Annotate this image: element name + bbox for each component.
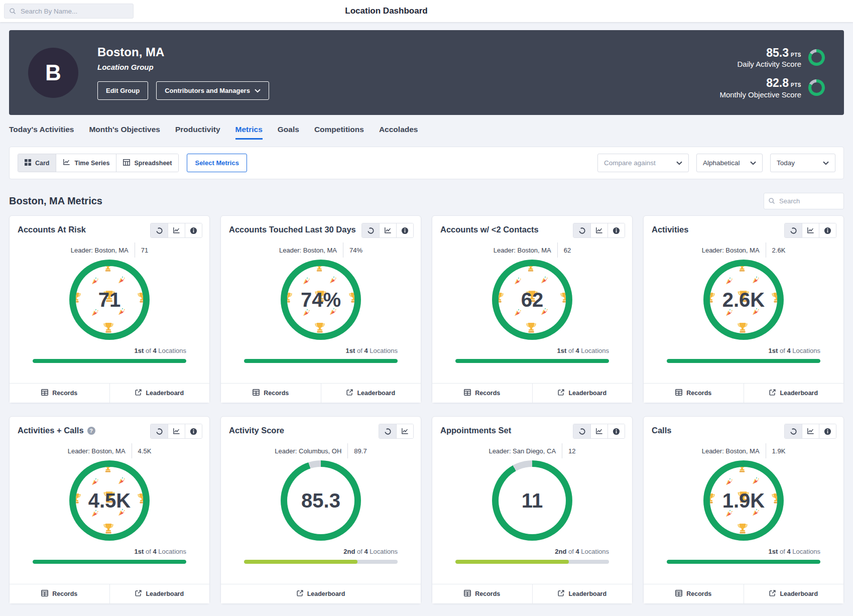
donut-view-icon[interactable] xyxy=(151,223,168,237)
metric-card-title: Appointments Set xyxy=(440,424,511,435)
global-search xyxy=(4,4,134,19)
rank-text: 1st of 4 Locations xyxy=(432,340,632,354)
tab-productivity[interactable]: Productivity xyxy=(175,125,220,140)
metric-donut: 4.5K xyxy=(69,460,150,541)
donut-view-icon[interactable] xyxy=(362,223,379,237)
divider xyxy=(135,242,135,258)
view-time-series-button[interactable]: Time Series xyxy=(56,154,116,172)
leaderboard-button[interactable]: Leaderboard xyxy=(532,384,633,403)
card-footer: Records Leaderboard xyxy=(10,584,209,603)
external-link-icon xyxy=(558,590,564,598)
edit-group-button[interactable]: Edit Group xyxy=(97,81,148,100)
info-icon[interactable] xyxy=(819,223,836,237)
time-series-icon[interactable] xyxy=(590,223,607,237)
rank-progress-fill xyxy=(244,560,357,564)
donut-view-icon[interactable] xyxy=(573,424,590,438)
contributors-managers-button[interactable]: Contributors and Managers xyxy=(156,81,269,100)
sort-dropdown[interactable]: Alphabetical xyxy=(696,154,763,172)
leaderboard-button[interactable]: Leaderboard xyxy=(109,584,210,603)
score-value: 82.8 xyxy=(766,76,789,89)
tab-today-s-activities[interactable]: Today's Activities xyxy=(9,125,74,140)
metric-value: 1.9K xyxy=(710,467,777,534)
info-icon[interactable] xyxy=(185,424,202,438)
card-view-switcher xyxy=(150,223,202,238)
records-icon xyxy=(675,389,682,397)
card-view-switcher xyxy=(784,223,836,238)
external-link-icon xyxy=(769,389,776,397)
metric-card: Accounts At Risk Leader: Boston, MA 71 7… xyxy=(9,215,210,403)
tab-metrics[interactable]: Metrics xyxy=(235,125,263,140)
records-button[interactable]: Records xyxy=(221,384,321,403)
time-series-icon[interactable] xyxy=(396,424,413,438)
metric-card: Activities + Calls ? Leader: Boston, MA … xyxy=(9,416,210,604)
metric-value: 62 xyxy=(499,266,566,333)
card-footer: Records Leaderboard xyxy=(644,383,843,403)
time-series-icon[interactable] xyxy=(802,223,819,237)
records-button[interactable]: Records xyxy=(10,584,109,603)
tab-accolades[interactable]: Accolades xyxy=(379,125,418,140)
records-button[interactable]: Records xyxy=(644,584,744,603)
time-series-icon[interactable] xyxy=(590,424,607,438)
select-metrics-button[interactable]: Select Metrics xyxy=(187,154,247,172)
card-footer: Records Leaderboard xyxy=(432,584,632,603)
view-card-button[interactable]: Card xyxy=(18,154,56,172)
leader-label: Leader: Boston, MA xyxy=(68,447,126,455)
time-series-icon[interactable] xyxy=(168,424,185,438)
time-series-icon[interactable] xyxy=(168,223,185,237)
leader-value: 89.7 xyxy=(354,447,367,455)
rank-text: 1st of 4 Locations xyxy=(10,541,209,555)
external-link-icon xyxy=(297,590,303,598)
view-spreadsheet-button[interactable]: Spreadsheet xyxy=(116,154,178,172)
info-icon[interactable] xyxy=(607,424,625,438)
time-series-icon[interactable] xyxy=(802,424,819,438)
rank-progress-bar xyxy=(455,359,609,363)
chevron-down-icon xyxy=(255,87,261,94)
score-label: Daily Activity Score xyxy=(737,60,801,69)
info-icon[interactable] xyxy=(607,223,625,237)
leaderboard-button[interactable]: Leaderboard xyxy=(532,584,633,603)
score-unit: PTS xyxy=(791,52,801,58)
date-range-dropdown[interactable]: Today xyxy=(770,154,835,172)
leaderboard-button[interactable]: Leaderboard xyxy=(744,584,844,603)
tab-goals[interactable]: Goals xyxy=(278,125,299,140)
donut-view-icon[interactable] xyxy=(379,424,396,438)
score-summary: 85.3PTS Daily Activity Score 82.8PTS Mon… xyxy=(719,46,825,100)
leaderboard-button[interactable]: Leaderboard xyxy=(221,584,421,603)
help-icon[interactable]: ? xyxy=(87,427,95,435)
info-icon[interactable] xyxy=(396,223,413,237)
score-row: 82.8PTS Monthly Objective Score xyxy=(719,76,825,100)
divider xyxy=(347,443,348,458)
info-icon[interactable] xyxy=(185,223,202,237)
rank-text: 2nd of 4 Locations xyxy=(221,541,421,555)
records-button[interactable]: Records xyxy=(10,384,109,403)
tab-month-s-objectives[interactable]: Month's Objectives xyxy=(89,125,160,140)
metric-value: 2.6K xyxy=(710,266,777,333)
card-footer: Records Leaderboard xyxy=(10,383,209,403)
records-button[interactable]: Records xyxy=(432,584,532,603)
leaderboard-button[interactable]: Leaderboard xyxy=(321,384,421,403)
tab-competitions[interactable]: Competitions xyxy=(314,125,364,140)
time-series-icon[interactable] xyxy=(379,223,396,237)
card-view-switcher xyxy=(150,424,202,439)
leaderboard-button[interactable]: Leaderboard xyxy=(109,384,210,403)
rank-progress-fill xyxy=(455,359,609,363)
donut-view-icon[interactable] xyxy=(573,223,590,237)
records-button[interactable]: Records xyxy=(432,384,532,403)
rank-text: 2nd of 4 Locations xyxy=(432,541,632,555)
leaderboard-button[interactable]: Leaderboard xyxy=(744,384,844,403)
rank-progress-bar xyxy=(33,359,186,363)
donut-view-icon[interactable] xyxy=(785,223,802,237)
leader-value: 12 xyxy=(568,447,575,455)
metrics-search-input[interactable] xyxy=(764,193,844,209)
donut-view-icon[interactable] xyxy=(785,424,802,438)
compare-against-dropdown[interactable]: Compare against xyxy=(597,154,689,172)
donut-view-icon[interactable] xyxy=(151,424,168,438)
records-button[interactable]: Records xyxy=(644,384,744,403)
rank-progress-bar xyxy=(33,560,186,564)
metric-card: Appointments Set Leader: San Diego, CA 1… xyxy=(432,416,633,604)
metric-card-title: Accounts w/ <2 Contacts xyxy=(440,223,539,234)
records-icon xyxy=(675,590,682,598)
search-icon xyxy=(768,197,775,206)
global-search-input[interactable] xyxy=(4,4,134,19)
info-icon[interactable] xyxy=(819,424,836,438)
